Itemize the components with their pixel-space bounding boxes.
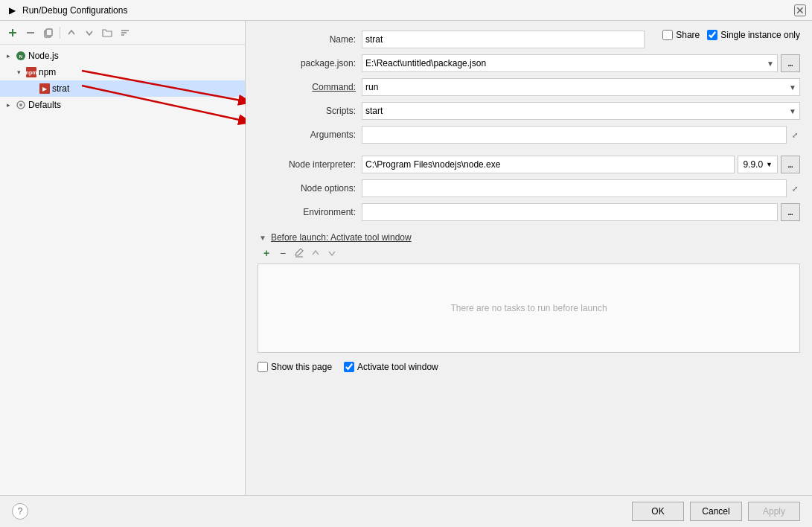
name-input[interactable] bbox=[362, 31, 645, 48]
package-json-dropdown[interactable]: E:\React\untitled\package.json ▼ bbox=[362, 54, 778, 72]
package-json-row: package.json: E:\React\untitled\package.… bbox=[258, 54, 800, 73]
before-launch-edit-btn[interactable] bbox=[292, 246, 307, 261]
show-page-text: Show this page bbox=[271, 362, 332, 372]
command-row: Command: run ▼ bbox=[258, 77, 800, 97]
svg-text:N: N bbox=[19, 54, 22, 59]
arguments-input-area: ⤢ bbox=[362, 126, 800, 144]
single-instance-checkbox[interactable] bbox=[707, 30, 717, 40]
environment-input[interactable] bbox=[362, 203, 778, 221]
scripts-label: Scripts: bbox=[258, 106, 362, 116]
cancel-button[interactable]: Cancel bbox=[690, 502, 742, 521]
before-launch-down-btn[interactable] bbox=[325, 246, 339, 261]
left-toolbar bbox=[0, 21, 245, 45]
node-interpreter-label: Node interpreter: bbox=[258, 159, 362, 170]
npm-icon: npm bbox=[25, 66, 37, 78]
share-area: Share Single instance only bbox=[662, 30, 800, 40]
tree-item-strat[interactable]: ▸ ▶ strat bbox=[0, 80, 245, 97]
node-options-expand-icon[interactable]: ⤢ bbox=[790, 179, 800, 197]
scripts-dropdown[interactable]: start ▼ bbox=[362, 102, 800, 120]
package-json-value: E:\React\untitled\package.json bbox=[365, 58, 486, 68]
package-json-input-area: E:\React\untitled\package.json ▼ … bbox=[362, 54, 800, 72]
node-options-input[interactable] bbox=[362, 179, 787, 197]
share-label[interactable]: Share bbox=[662, 30, 700, 40]
activate-tool-window-text: Activate tool window bbox=[357, 362, 438, 372]
environment-row: Environment: … bbox=[258, 202, 800, 222]
right-panel: Share Single instance only Name: package… bbox=[246, 21, 812, 495]
before-launch-section-header: ▼ Before launch: Activate tool window bbox=[258, 232, 800, 243]
close-button[interactable]: ✕ bbox=[794, 4, 806, 16]
defaults-icon bbox=[15, 99, 27, 111]
name-label: Name: bbox=[258, 34, 362, 45]
node-interpreter-row: Node interpreter: C:\Program Files\nodej… bbox=[258, 155, 800, 174]
show-page-label[interactable]: Show this page bbox=[258, 362, 332, 372]
before-launch-add-btn[interactable]: + bbox=[259, 246, 274, 261]
npm-label: npm bbox=[39, 67, 56, 77]
before-launch-toolbar: + − bbox=[258, 246, 800, 261]
single-instance-label[interactable]: Single instance only bbox=[707, 30, 800, 40]
no-tasks-text: There are no tasks to run before launch bbox=[450, 303, 607, 313]
before-launch-up-btn[interactable] bbox=[308, 246, 323, 261]
scripts-arrow: ▼ bbox=[789, 107, 796, 115]
npm-arrow: ▾ bbox=[13, 67, 24, 77]
svg-rect-4 bbox=[46, 29, 52, 36]
main-content: ▸ N Node.js ▾ npm npm ▸ bbox=[0, 21, 812, 495]
arguments-input[interactable] bbox=[362, 126, 787, 144]
node-interpreter-browse-btn[interactable]: … bbox=[781, 156, 800, 173]
title-bar: ▶ Run/Debug Configurations ✕ bbox=[0, 0, 812, 21]
move-down-button[interactable] bbox=[81, 25, 97, 41]
before-launch-remove-btn[interactable]: − bbox=[275, 246, 290, 261]
before-launch-title: Before launch: Activate tool window bbox=[271, 232, 412, 243]
nodejs-label: Node.js bbox=[28, 51, 59, 61]
add-config-button[interactable] bbox=[4, 25, 21, 41]
move-up-button[interactable] bbox=[63, 25, 80, 41]
title-bar-title: Run/Debug Configurations bbox=[22, 5, 790, 16]
strat-label: strat bbox=[52, 83, 69, 94]
node-interpreter-dropdown[interactable]: C:\Program Files\nodejs\node.exe bbox=[362, 156, 735, 173]
arguments-label: Arguments: bbox=[258, 130, 362, 140]
copy-config-button[interactable] bbox=[40, 25, 57, 41]
sort-button[interactable] bbox=[117, 25, 133, 41]
package-json-label: package.json: bbox=[258, 58, 362, 68]
defaults-arrow: ▸ bbox=[3, 100, 13, 110]
command-label: Command: bbox=[258, 82, 362, 92]
single-instance-text: Single instance only bbox=[720, 30, 800, 40]
ok-button[interactable]: OK bbox=[632, 502, 684, 521]
apply-button[interactable]: Apply bbox=[748, 502, 800, 521]
share-checkbox[interactable] bbox=[662, 30, 673, 40]
defaults-label: Defaults bbox=[28, 100, 61, 110]
remove-config-button[interactable] bbox=[22, 25, 39, 41]
node-version-arrow: ▼ bbox=[766, 161, 773, 168]
tree-item-npm[interactable]: ▾ npm npm bbox=[0, 64, 245, 80]
svg-point-11 bbox=[19, 103, 22, 106]
bottom-bar: ? OK Cancel Apply bbox=[0, 495, 812, 527]
bottom-checkboxes: Show this page Activate tool window bbox=[258, 362, 800, 372]
node-options-label: Node options: bbox=[258, 183, 362, 194]
tree-item-defaults[interactable]: ▸ Defaults bbox=[0, 97, 245, 113]
config-tree: ▸ N Node.js ▾ npm npm ▸ bbox=[0, 45, 245, 495]
left-panel: ▸ N Node.js ▾ npm npm ▸ bbox=[0, 21, 246, 495]
environment-input-area: … bbox=[362, 203, 800, 221]
bottom-left: ? bbox=[12, 503, 28, 520]
move-to-folder-button[interactable] bbox=[99, 25, 115, 41]
before-launch-toggle[interactable]: ▼ bbox=[259, 234, 266, 242]
node-interpreter-input-area: C:\Program Files\nodejs\node.exe 9.9.0 ▼… bbox=[362, 156, 800, 173]
environment-browse-btn[interactable]: … bbox=[781, 203, 800, 221]
package-json-browse-btn[interactable]: … bbox=[781, 54, 800, 72]
activate-tool-window-checkbox[interactable] bbox=[344, 362, 354, 372]
command-value: run bbox=[365, 82, 378, 92]
command-dropdown[interactable]: run ▼ bbox=[362, 78, 800, 96]
before-launch-area: There are no tasks to run before launch bbox=[258, 264, 800, 353]
tree-item-nodejs[interactable]: ▸ N Node.js bbox=[0, 48, 245, 64]
nodejs-icon: N bbox=[15, 50, 27, 62]
strat-icon: ▶ bbox=[39, 83, 51, 95]
command-arrow: ▼ bbox=[789, 83, 796, 92]
arguments-expand-icon[interactable]: ⤢ bbox=[790, 126, 800, 144]
show-page-checkbox[interactable] bbox=[258, 362, 268, 372]
nodejs-arrow: ▸ bbox=[3, 51, 13, 61]
package-json-arrow: ▼ bbox=[767, 60, 774, 68]
command-input-area: run ▼ bbox=[362, 78, 800, 96]
help-button[interactable]: ? bbox=[12, 503, 28, 520]
toolbar-sep-1 bbox=[60, 27, 60, 39]
activate-tool-window-label[interactable]: Activate tool window bbox=[344, 362, 438, 372]
scripts-input-area: start ▼ bbox=[362, 102, 800, 120]
